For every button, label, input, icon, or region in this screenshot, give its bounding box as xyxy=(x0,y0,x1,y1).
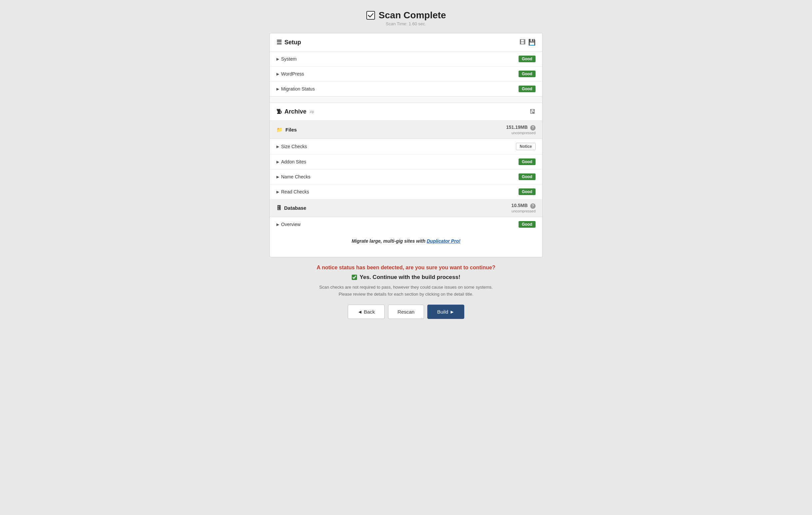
arrow-icon: ▶ xyxy=(277,190,279,194)
database-label: Database xyxy=(284,205,307,211)
files-help-icon[interactable]: ? xyxy=(530,125,535,130)
archive-icon: 🗜 xyxy=(277,109,282,115)
notice-warning: A notice status has been detected, are y… xyxy=(317,265,495,271)
name-checks-badge: Good xyxy=(519,174,535,180)
section-gap xyxy=(270,96,542,103)
files-size-sub: uncompressed xyxy=(506,130,535,135)
files-category-row: 📁 Files 151.19MB ? uncompressed xyxy=(270,121,542,139)
addon-sites-badge: Good xyxy=(519,158,535,165)
action-buttons: ◄ Back Rescan Build ► xyxy=(348,305,464,319)
promo-text: Migrate large, multi-gig sites with xyxy=(352,238,427,244)
rescan-button[interactable]: Rescan xyxy=(388,305,424,319)
setup-row-wordpress[interactable]: ▶ WordPress Good xyxy=(270,67,542,82)
setup-section-header: ☰ Setup 🎞 💾 xyxy=(270,33,542,52)
size-checks-badge: Notice xyxy=(516,143,535,150)
database-category-row: 🗄 Database 10.5MB ? uncompressed xyxy=(270,199,542,217)
database-rows: ▶ Overview Good xyxy=(270,217,542,232)
scan-note: Scan checks are not required to pass, ho… xyxy=(319,284,493,298)
addon-sites-label: Addon Sites xyxy=(281,159,307,164)
setup-wordpress-badge: Good xyxy=(519,70,535,77)
archive-section-header: 🗜 Archive zip 🖫 xyxy=(270,103,542,121)
continue-row: Yes. Continue with the build process! xyxy=(352,274,460,281)
main-card: ☰ Setup 🎞 💾 ▶ System Good ▶ WordPress Go… xyxy=(269,33,543,258)
files-row-addon-sites[interactable]: ▶ Addon Sites Good xyxy=(270,154,542,170)
arrow-icon: ▶ xyxy=(277,222,279,227)
setup-migration-label: Migration Status xyxy=(281,86,315,92)
setup-wordpress-label: WordPress xyxy=(281,71,304,77)
files-folder-icon: 📁 xyxy=(277,127,283,133)
overview-label: Overview xyxy=(281,222,300,227)
svg-rect-0 xyxy=(367,11,375,19)
db-icon: 🗄 xyxy=(277,205,282,211)
arrow-icon: ▶ xyxy=(277,175,279,179)
download-icon[interactable]: 💾 xyxy=(528,39,535,46)
promo-link[interactable]: Duplicator Pro! xyxy=(427,238,460,244)
files-row-size-checks[interactable]: ▶ Size Checks Notice xyxy=(270,139,542,154)
files-row-read-checks[interactable]: ▶ Read Checks Good xyxy=(270,184,542,199)
arrow-icon: ▶ xyxy=(277,87,279,91)
scan-time: Scan Time: 1.60 sec. xyxy=(386,21,426,26)
archive-save-icon[interactable]: 🖫 xyxy=(529,108,535,115)
name-checks-label: Name Checks xyxy=(281,174,311,179)
setup-title: Setup xyxy=(284,39,301,46)
build-button[interactable]: Build ► xyxy=(427,305,464,319)
read-checks-label: Read Checks xyxy=(281,189,309,194)
db-size-sub: uncompressed xyxy=(511,209,535,213)
page-title: Scan Complete xyxy=(379,10,446,21)
setup-system-badge: Good xyxy=(519,56,535,62)
setup-row-migration[interactable]: ▶ Migration Status Good xyxy=(270,82,542,96)
continue-checkbox[interactable] xyxy=(352,275,357,280)
arrow-icon: ▶ xyxy=(277,145,279,149)
setup-row-system[interactable]: ▶ System Good xyxy=(270,52,542,67)
zip-label: zip xyxy=(310,110,314,114)
arrow-icon: ▶ xyxy=(277,160,279,164)
scan-complete-icon xyxy=(366,11,375,20)
db-size: 10.5MB xyxy=(511,203,528,208)
db-help-icon[interactable]: ? xyxy=(530,203,535,209)
film-icon[interactable]: 🎞 xyxy=(520,39,526,46)
files-size: 151.19MB xyxy=(506,124,528,130)
overview-badge: Good xyxy=(519,221,535,228)
scan-note-line2: Please review the details for each secti… xyxy=(319,291,493,298)
setup-system-label: System xyxy=(281,56,297,62)
files-label: Files xyxy=(285,127,297,132)
promo-row: Migrate large, multi-gig sites with Dupl… xyxy=(270,232,542,250)
continue-label: Yes. Continue with the build process! xyxy=(360,274,460,281)
setup-migration-badge: Good xyxy=(519,86,535,92)
files-rows: ▶ Size Checks Notice ▶ Addon Sites Good … xyxy=(270,139,542,199)
scan-note-line1: Scan checks are not required to pass, ho… xyxy=(319,284,493,291)
db-row-overview[interactable]: ▶ Overview Good xyxy=(270,217,542,232)
read-checks-badge: Good xyxy=(519,188,535,195)
arrow-icon: ▶ xyxy=(277,57,279,61)
setup-list-icon: ☰ xyxy=(277,39,282,46)
page-header: Scan Complete Scan Time: 1.60 sec. xyxy=(366,10,446,26)
arrow-icon: ▶ xyxy=(277,72,279,76)
back-button[interactable]: ◄ Back xyxy=(348,305,384,319)
archive-title: Archive xyxy=(284,108,307,115)
files-row-name-checks[interactable]: ▶ Name Checks Good xyxy=(270,170,542,184)
size-checks-label: Size Checks xyxy=(281,144,307,149)
setup-rows: ▶ System Good ▶ WordPress Good ▶ Migrati… xyxy=(270,52,542,96)
